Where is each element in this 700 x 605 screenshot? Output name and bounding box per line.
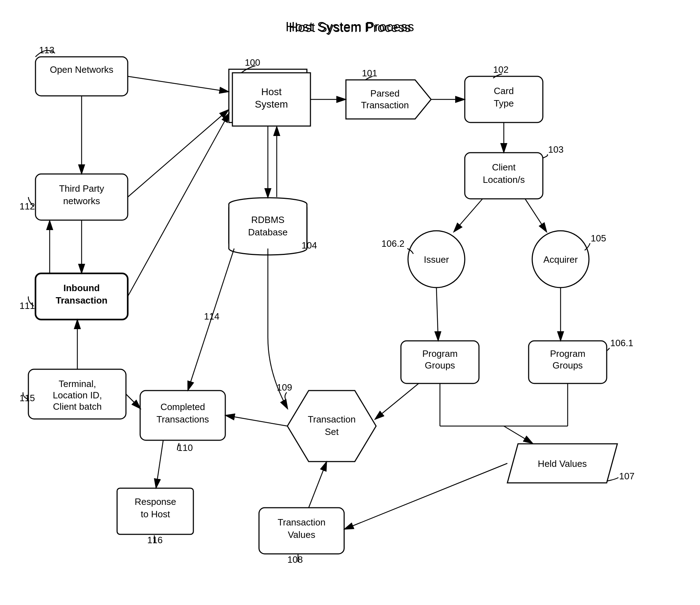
svg-text:Transaction: Transaction	[308, 414, 356, 425]
svg-text:113: 113	[39, 45, 54, 55]
svg-text:System: System	[255, 99, 288, 110]
svg-rect-20	[232, 73, 310, 126]
svg-text:Values: Values	[288, 529, 315, 540]
svg-rect-14	[28, 369, 126, 419]
svg-rect-3	[35, 57, 128, 96]
svg-text:Host: Host	[261, 86, 282, 97]
svg-point-44	[408, 231, 465, 288]
svg-text:Response: Response	[134, 496, 176, 507]
svg-rect-40	[465, 153, 543, 199]
svg-marker-57	[507, 444, 617, 483]
svg-rect-68	[140, 391, 225, 440]
svg-text:Held Values: Held Values	[538, 458, 587, 469]
svg-text:110: 110	[177, 442, 193, 453]
svg-line-93	[436, 288, 438, 340]
svg-point-25	[229, 198, 307, 211]
svg-line-103	[156, 440, 163, 487]
page-title: Host System Process	[286, 20, 414, 34]
svg-text:Program: Program	[422, 348, 458, 359]
svg-line-99	[504, 426, 532, 443]
svg-text:Transaction: Transaction	[278, 517, 326, 528]
svg-text:Transactions: Transactions	[156, 414, 209, 425]
svg-text:116: 116	[147, 535, 162, 545]
svg-text:Location/s: Location/s	[483, 174, 525, 185]
svg-text:Parsed: Parsed	[370, 88, 399, 99]
svg-rect-50	[401, 341, 479, 383]
svg-text:Inbound: Inbound	[64, 283, 100, 293]
svg-text:Completed: Completed	[160, 402, 205, 412]
svg-text:Card: Card	[494, 86, 514, 96]
svg-marker-60	[287, 391, 376, 462]
svg-text:Open Networks: Open Networks	[50, 64, 113, 75]
svg-text:Transaction: Transaction	[56, 295, 108, 306]
svg-line-86	[188, 249, 234, 390]
svg-text:100: 100	[245, 57, 260, 68]
svg-text:Type: Type	[494, 98, 514, 109]
svg-text:111: 111	[20, 300, 35, 311]
svg-line-102	[226, 415, 287, 426]
svg-text:Set: Set	[325, 426, 339, 437]
svg-text:103: 103	[548, 144, 563, 155]
svg-rect-53	[529, 341, 607, 383]
svg-line-95	[375, 383, 419, 419]
svg-rect-10	[35, 273, 128, 320]
svg-rect-72	[117, 488, 193, 534]
svg-rect-64	[259, 508, 344, 554]
svg-text:101: 101	[362, 68, 377, 78]
svg-text:Terminal,: Terminal,	[59, 378, 96, 389]
svg-text:108: 108	[287, 554, 303, 565]
svg-text:106.2: 106.2	[381, 238, 404, 249]
svg-text:Client: Client	[492, 162, 516, 173]
svg-text:Groups: Groups	[425, 360, 455, 371]
svg-text:106.1: 106.1	[610, 338, 633, 348]
svg-text:Client batch: Client batch	[53, 401, 101, 412]
svg-line-81	[128, 114, 229, 296]
svg-marker-32	[346, 80, 431, 119]
svg-text:102: 102	[493, 64, 508, 75]
svg-text:networks: networks	[63, 196, 100, 206]
svg-line-92	[525, 199, 546, 231]
svg-text:109: 109	[277, 382, 292, 393]
svg-text:Acquirer: Acquirer	[544, 254, 578, 265]
svg-line-76	[128, 76, 228, 92]
svg-text:Database: Database	[248, 227, 287, 238]
svg-rect-24	[229, 202, 307, 249]
svg-line-101	[309, 462, 326, 508]
svg-line-83	[126, 394, 140, 408]
svg-text:114: 114	[204, 311, 219, 322]
svg-rect-6	[35, 174, 128, 220]
svg-text:Location ID,: Location ID,	[53, 390, 102, 400]
svg-text:to Host: to Host	[141, 509, 170, 519]
svg-rect-27	[229, 204, 307, 249]
svg-text:115: 115	[20, 393, 35, 403]
svg-line-91	[454, 199, 483, 231]
svg-point-26	[229, 242, 307, 255]
svg-text:RDBMS: RDBMS	[251, 214, 285, 225]
svg-text:105: 105	[591, 233, 606, 244]
svg-line-77	[128, 110, 228, 197]
svg-rect-19	[229, 69, 307, 122]
svg-text:Issuer: Issuer	[424, 254, 449, 265]
svg-line-100	[345, 463, 507, 529]
svg-text:Groups: Groups	[552, 360, 583, 371]
svg-rect-36	[465, 76, 543, 122]
svg-text:Third Party: Third Party	[59, 183, 104, 194]
svg-text:104: 104	[302, 240, 317, 251]
svg-text:Program: Program	[550, 348, 585, 359]
svg-point-47	[532, 231, 589, 288]
svg-text:112: 112	[20, 201, 35, 212]
svg-text:107: 107	[619, 471, 634, 481]
svg-text:Transaction: Transaction	[361, 100, 409, 110]
